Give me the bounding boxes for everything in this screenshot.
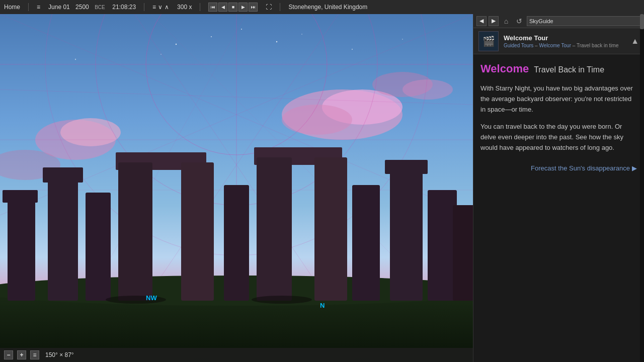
next-link-text: Forecast the Sun's disappearance (531, 164, 630, 172)
location-display[interactable]: Stonehenge, United Kingdom (288, 4, 367, 11)
nw-compass-label: NW (146, 294, 157, 302)
content-subtitle: Travel Back in Time (534, 65, 604, 74)
svg-rect-38 (390, 170, 423, 301)
svg-rect-32 (181, 162, 214, 301)
svg-rect-26 (3, 190, 38, 203)
tour-header: 🎬 Welcome Tour Guided Tours – Welcome To… (473, 28, 644, 54)
svg-rect-43 (257, 157, 292, 301)
menu-button[interactable]: ≡ (30, 350, 39, 359)
welcome-heading: Welcome (480, 62, 529, 75)
date-label: June 01 (48, 4, 70, 11)
next-arrow-icon: ▶ (632, 164, 637, 172)
welcome-tour-link[interactable]: Welcome Tour (539, 43, 571, 48)
location-label: Stonehenge, United Kingdom (288, 4, 367, 11)
svg-rect-28 (43, 167, 83, 183)
svg-rect-37 (352, 185, 380, 301)
svg-point-54 (402, 39, 403, 40)
play-button[interactable]: ▶ (238, 3, 248, 12)
scrollbar-thumb[interactable] (640, 14, 644, 29)
svg-rect-27 (48, 180, 78, 301)
panel-forward-button[interactable]: ▶ (489, 16, 499, 26)
svg-rect-25 (8, 200, 35, 301)
panel-scroll-up-button[interactable]: ▲ (631, 37, 639, 46)
fov-value: 300 x (177, 4, 192, 11)
fov-display[interactable]: 300 x (177, 4, 192, 11)
content-footer: Forecast the Sun's disappearance ▶ (480, 163, 637, 172)
bottom-bar: − + ≡ 150° × 87° (0, 348, 473, 362)
home-button[interactable]: Home (4, 4, 20, 11)
panel-home-button[interactable]: ⌂ (501, 16, 512, 27)
svg-point-46 (176, 44, 177, 45)
svg-point-3 (282, 105, 352, 135)
svg-rect-39 (385, 160, 428, 174)
stop-button[interactable]: ■ (228, 3, 237, 12)
era-label: BCE (95, 5, 105, 10)
sky-view[interactable]: NW N − + ≡ 150° × 87° (0, 14, 473, 362)
panel-refresh-button[interactable]: ↺ (514, 16, 525, 27)
svg-point-49 (301, 34, 302, 35)
step-back-button[interactable]: ◀ (218, 3, 227, 12)
right-panel: ◀ ▶ ⌂ ↺ 🎬 Welcome Tour Guided Tours – We… (473, 14, 644, 362)
svg-point-44 (106, 296, 166, 304)
divider1 (28, 3, 29, 11)
content-title-row: Welcome Travel Back in Time (480, 62, 637, 75)
panel-scrollbar[interactable] (640, 14, 644, 362)
year-label: 2500 (75, 4, 89, 11)
guided-tours-link[interactable]: Guided Tours (504, 43, 533, 48)
svg-point-5 (60, 118, 121, 146)
divider4 (280, 3, 280, 11)
svg-point-7 (403, 79, 453, 100)
tour-icon: 🎬 (478, 31, 499, 51)
content-body: With Starry Night, you have two big adva… (480, 83, 637, 153)
divider3 (200, 3, 200, 11)
chevron-up-icon: ∧ (165, 4, 169, 11)
svg-rect-40 (428, 190, 457, 301)
playback-controls: ⏮ ◀ ■ ▶ ⏭ (208, 3, 258, 12)
svg-point-50 (160, 54, 162, 55)
skip-forward-button[interactable]: ⏭ (249, 3, 258, 12)
svg-rect-41 (453, 205, 473, 301)
zoom-minus-button[interactable]: − (4, 350, 13, 359)
fov-status: 150° × 87° (45, 351, 74, 358)
panel-url-input[interactable] (527, 16, 641, 26)
sky-background (0, 14, 473, 362)
svg-rect-29 (86, 193, 111, 301)
zoom-plus-button[interactable]: + (17, 350, 26, 359)
hamburger-icon2: ≡ (152, 4, 156, 11)
home-label: Home (4, 4, 20, 11)
svg-point-52 (352, 49, 353, 50)
tour-header-text: Welcome Tour Guided Tours – Welcome Tour… (504, 34, 626, 48)
svg-rect-42 (118, 162, 152, 301)
fullscreen-icon: ⛶ (266, 4, 272, 11)
fullscreen-button[interactable]: ⛶ (266, 4, 272, 11)
main-layout: NW N − + ≡ 150° × 87° ◀ ▶ ⌂ ↺ 🎬 Welcome … (0, 14, 644, 362)
view-options[interactable]: ≡ ∨ ∧ (152, 4, 169, 11)
hamburger-menu[interactable]: ≡ (37, 4, 40, 11)
top-bar: Home ≡ June 01 2500 BCE 21:08:23 ≡ ∨ ∧ 3… (0, 0, 644, 14)
svg-rect-33 (224, 185, 249, 301)
panel-back-button[interactable]: ◀ (476, 16, 487, 26)
tour-title: Welcome Tour (504, 34, 626, 42)
tour-content[interactable]: Welcome Travel Back in Time With Starry … (473, 54, 644, 362)
date-display[interactable]: June 01 2500 BCE 21:08:23 (48, 4, 136, 11)
next-page-link[interactable]: Forecast the Sun's disappearance ▶ (531, 164, 637, 172)
svg-point-51 (241, 29, 242, 30)
svg-point-48 (276, 41, 277, 42)
hamburger-icon: ≡ (37, 4, 40, 11)
svg-rect-36 (314, 157, 347, 301)
content-paragraph-1: With Starry Night, you have two big adva… (480, 83, 637, 115)
panel-top-bar: ◀ ▶ ⌂ ↺ (473, 14, 644, 28)
time-label: 21:08:23 (112, 4, 136, 11)
chevron-down-icon: ∨ (158, 4, 163, 11)
content-paragraph-2: You can travel back to the day you were … (480, 122, 637, 153)
svg-point-47 (211, 36, 212, 37)
svg-point-53 (75, 59, 76, 60)
tour-breadcrumb: Guided Tours – Welcome Tour – Travel bac… (504, 43, 626, 48)
divider2 (144, 3, 144, 11)
n-compass-label: N (320, 302, 325, 309)
skip-back-button[interactable]: ⏮ (208, 3, 217, 12)
svg-point-45 (252, 296, 312, 304)
